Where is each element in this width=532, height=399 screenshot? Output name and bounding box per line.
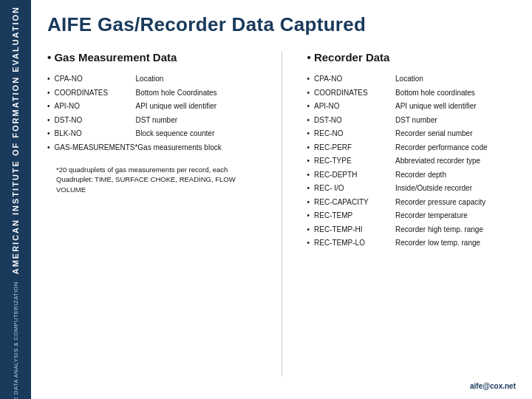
sidebar-subtitle: Specialists in Pressure Data Analysis & …: [13, 282, 19, 399]
bullet-dot: •: [307, 197, 310, 208]
list-item: •REC-PERFRecorder performance code: [307, 143, 516, 153]
recorder-column: • Recorder Data •CPA-NOLocation•COORDINA…: [307, 51, 516, 376]
gas-section-heading: • Gas Measurement Data: [47, 51, 256, 64]
item-value: Block sequence counter: [136, 129, 215, 139]
item-value: API unique well identifier: [136, 101, 217, 112]
list-item: •REC-NORecorder serial number: [307, 129, 516, 139]
sidebar-title: American Institute of Formation Evaluati…: [11, 6, 20, 274]
list-item: •DST-NODST number: [307, 115, 516, 126]
list-item: •REC-DEPTHRecorder depth: [307, 170, 516, 180]
item-key: REC-NO: [314, 129, 395, 139]
item-key: REC-DEPTH: [314, 170, 395, 180]
item-value: API unique well identifier: [395, 101, 477, 112]
list-item: •CPA-NOLocation: [47, 74, 256, 84]
item-key: REC-TEMP-LO: [314, 238, 395, 248]
bullet-dot: •: [307, 156, 310, 166]
item-value: DST number: [395, 115, 437, 126]
item-value: Inside/Outside recorder: [395, 183, 472, 194]
list-item: •COORDINATESBottom hole Coordinates: [47, 88, 256, 98]
item-value: Abbreviated recorder type: [395, 156, 480, 166]
list-item: •CPA-NOLocation: [307, 74, 516, 84]
item-value: Recorder performance code: [395, 143, 488, 153]
content-row: • Gas Measurement Data •CPA-NOLocation•C…: [47, 51, 516, 376]
item-value: Bottom hole Coordinates: [136, 88, 217, 98]
bullet-dot: •: [47, 115, 50, 126]
bullet-dot: •: [307, 74, 310, 84]
list-item: •REC-TEMP-HIRecorder high temp. range: [307, 225, 516, 235]
item-key: GAS-MEASUREMENTS*: [55, 143, 138, 153]
item-key: API-NO: [314, 101, 395, 112]
item-value: Location: [136, 74, 164, 84]
recorder-bullet-list: •CPA-NOLocation•COORDINATESBottom hole c…: [307, 74, 516, 252]
bullet-dot: •: [307, 88, 310, 98]
bullet-dot: •: [307, 211, 310, 221]
bullet-dot: •: [307, 129, 310, 139]
item-key: REC-TYPE: [314, 156, 395, 166]
gas-note: *20 quadruplets of gas measurements per …: [56, 165, 256, 194]
item-key: COORDINATES: [55, 88, 136, 98]
sidebar: American Institute of Formation Evaluati…: [0, 0, 31, 399]
bullet-dot: •: [47, 129, 50, 139]
recorder-section-heading: • Recorder Data: [307, 51, 516, 64]
bullet-dot: •: [307, 238, 310, 248]
bullet-dot: •: [47, 88, 50, 98]
bullet-dot: •: [307, 225, 310, 235]
item-key: BLK-NO: [55, 129, 136, 139]
footer-email: aife@cox.net: [47, 376, 516, 390]
item-key: REC-PERF: [314, 143, 395, 153]
item-value: Recorder depth: [395, 170, 446, 180]
item-value: Recorder pressure capacity: [395, 197, 485, 208]
bullet-dot: •: [307, 170, 310, 180]
gas-column: • Gas Measurement Data •CPA-NOLocation•C…: [47, 51, 256, 376]
item-key: CPA-NO: [55, 74, 136, 84]
page-title: AIFE Gas/Recorder Data Captured: [47, 13, 516, 36]
item-key: REC-TEMP: [314, 211, 395, 221]
item-key: DST-NO: [55, 115, 136, 126]
main-content: AIFE Gas/Recorder Data Captured • Gas Me…: [31, 0, 532, 399]
item-value: Gas measurements block: [137, 143, 221, 153]
bullet-dot: •: [307, 183, 310, 194]
item-value: DST number: [136, 115, 178, 126]
item-value: Recorder temperature: [395, 211, 468, 221]
list-item: •REC-TEMPRecorder temperature: [307, 211, 516, 221]
item-value: Recorder serial number: [395, 129, 473, 139]
list-item: •REC- I/OInside/Outside recorder: [307, 183, 516, 194]
item-key: REC- I/O: [314, 183, 395, 194]
list-item: •REC-TEMP-LORecorder low temp. range: [307, 238, 516, 248]
item-value: Recorder low temp. range: [395, 238, 480, 248]
bullet-dot: •: [307, 101, 310, 112]
list-item: •GAS-MEASUREMENTS*Gas measurements block: [47, 143, 256, 153]
item-key: REC-CAPACITY: [314, 197, 395, 208]
list-item: •COORDINATESBottom hole coordinates: [307, 88, 516, 98]
item-value: Bottom hole coordinates: [395, 88, 475, 98]
list-item: •BLK-NOBlock sequence counter: [47, 129, 256, 139]
item-value: Location: [395, 74, 423, 84]
item-key: API-NO: [55, 101, 136, 112]
sidebar-top: American Institute of Formation Evaluati…: [11, 6, 20, 399]
bullet-dot: •: [47, 101, 50, 112]
gas-bullet-list: •CPA-NOLocation•COORDINATESBottom hole C…: [47, 74, 256, 156]
item-key: COORDINATES: [314, 88, 395, 98]
list-item: •API-NOAPI unique well identifier: [307, 101, 516, 112]
bullet-dot: •: [307, 143, 310, 153]
list-item: •REC-CAPACITYRecorder pressure capacity: [307, 197, 516, 208]
item-value: Recorder high temp. range: [395, 225, 483, 235]
bullet-dot: •: [47, 74, 50, 84]
bullet-dot: •: [307, 115, 310, 126]
list-item: •REC-TYPEAbbreviated recorder type: [307, 156, 516, 166]
bullet-dot: •: [47, 143, 50, 153]
item-key: CPA-NO: [314, 74, 395, 84]
column-divider: [282, 51, 282, 376]
list-item: •API-NOAPI unique well identifier: [47, 101, 256, 112]
list-item: •DST-NODST number: [47, 115, 256, 126]
item-key: REC-TEMP-HI: [314, 225, 395, 235]
item-key: DST-NO: [314, 115, 395, 126]
